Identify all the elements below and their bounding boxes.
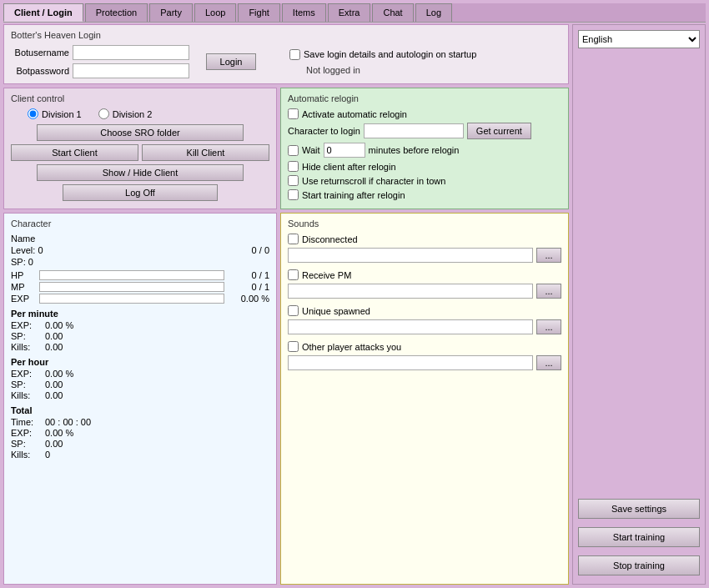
total-title: Total — [11, 405, 269, 415]
content-area: Botter's Heaven Login Botusername Botpas… — [3, 24, 706, 585]
use-returnscroll-label: Use returnscroll if character in town — [302, 176, 445, 186]
start-training-button[interactable]: Start training — [578, 527, 700, 547]
disconnected-sound-item: Disconnected ... — [288, 234, 561, 263]
hp-bar — [39, 270, 224, 280]
level-value: 0 / 0 — [252, 245, 269, 255]
log-off-button[interactable]: Log Off — [63, 184, 218, 201]
other-player-checkbox-row: Other player attacks you — [288, 341, 561, 352]
start-training-after-checkbox[interactable] — [288, 189, 299, 200]
tab-chat[interactable]: Chat — [372, 3, 413, 22]
activate-relogin-label: Activate automatic relogin — [302, 109, 407, 119]
char-to-login-input[interactable] — [364, 123, 464, 138]
tab-fight[interactable]: Fight — [238, 3, 279, 22]
disconnected-checkbox[interactable] — [288, 234, 299, 244]
receive-pm-checkbox[interactable] — [288, 269, 299, 280]
name-row: Name — [11, 234, 269, 244]
unique-spawned-input-row: ... — [288, 319, 561, 334]
kill-client-button[interactable]: Kill Client — [142, 144, 269, 161]
ph-kills-val: 0.00 — [45, 390, 63, 400]
sounds-panel: Sounds Disconnected ... — [280, 213, 569, 585]
show-hide-button[interactable]: Show / Hide Client — [37, 164, 244, 181]
t-time-line: Time: 00 : 00 : 00 — [11, 417, 269, 427]
division1-radio-item: Division 1 — [28, 108, 82, 119]
t-kills-line: Kills: 0 — [11, 450, 269, 460]
character-panel: Character Name Level: 0 0 / 0 SP: 0 HP — [3, 213, 277, 585]
tab-bar: Client / Login Protection Party Loop Fig… — [3, 3, 706, 23]
other-player-browse-button[interactable]: ... — [536, 355, 561, 370]
wait-input[interactable] — [324, 143, 365, 158]
botpassword-input[interactable] — [73, 63, 189, 78]
name-label: Name — [11, 234, 35, 244]
tab-loop[interactable]: Loop — [194, 3, 236, 22]
exp-label: EXP — [11, 294, 36, 304]
mp-stat-row: MP 0 / 1 — [11, 282, 269, 292]
division2-radio-item: Division 2 — [98, 108, 153, 119]
stop-training-button[interactable]: Stop training — [578, 555, 700, 575]
other-player-checkbox[interactable] — [288, 341, 299, 352]
receive-pm-sound-item: Receive PM ... — [288, 269, 561, 299]
choose-sro-button[interactable]: Choose SRO folder — [37, 124, 244, 141]
hp-value: 0 / 1 — [228, 270, 269, 280]
bottom-panels: Character Name Level: 0 0 / 0 SP: 0 HP — [3, 213, 569, 585]
tab-extra[interactable]: Extra — [328, 3, 371, 22]
per-hour-section: Per hour EXP: 0.00 % SP: 0.00 Kills: 0.0… — [11, 357, 269, 400]
division2-radio[interactable] — [98, 108, 109, 119]
sounds-title: Sounds — [288, 219, 561, 229]
receive-pm-sound-input[interactable] — [288, 284, 533, 299]
ph-sp-line: SP: 0.00 — [11, 379, 269, 389]
save-settings-button[interactable]: Save settings — [578, 499, 700, 519]
save-login-checkbox[interactable] — [289, 49, 300, 60]
save-login-row: Save login details and autologin on star… — [289, 49, 476, 60]
start-kill-row: Start Client Kill Client — [11, 144, 269, 161]
auto-relogin-panel: Automatic relogin Activate automatic rel… — [280, 88, 569, 209]
division1-radio[interactable] — [28, 108, 38, 119]
exp-stat-row: EXP 0.00 % — [11, 294, 269, 304]
ph-kills-line: Kills: 0.00 — [11, 390, 269, 400]
botusername-input[interactable] — [73, 45, 189, 60]
other-player-sound-item: Other player attacks you ... — [288, 341, 561, 370]
unique-spawned-browse-button[interactable]: ... — [536, 319, 561, 334]
activate-relogin-checkbox[interactable] — [288, 108, 299, 119]
tab-protection[interactable]: Protection — [85, 3, 148, 22]
hp-stat-row: HP 0 / 1 — [11, 270, 269, 280]
hide-client-checkbox[interactable] — [288, 161, 299, 172]
other-player-sound-input[interactable] — [288, 355, 533, 370]
start-training-after-label: Start training after relogin — [302, 190, 405, 200]
tab-party[interactable]: Party — [149, 3, 193, 22]
start-client-button[interactable]: Start Client — [11, 144, 138, 161]
right-spacer — [578, 53, 700, 494]
unique-spawned-checkbox[interactable] — [288, 305, 299, 316]
tab-items[interactable]: Items — [282, 3, 326, 22]
disconnected-sound-input[interactable] — [288, 248, 533, 263]
receive-pm-browse-button[interactable]: ... — [536, 284, 561, 299]
t-time-key: Time: — [11, 417, 40, 427]
disconnected-browse-button[interactable]: ... — [536, 248, 561, 263]
login-button[interactable]: Login — [206, 53, 256, 70]
get-current-button[interactable]: Get current — [467, 123, 531, 139]
receive-pm-checkbox-row: Receive PM — [288, 269, 561, 280]
ph-exp-val: 0.00 % — [45, 369, 73, 379]
exp-value: 0.00 % — [228, 294, 269, 304]
language-select[interactable]: English German French Spanish — [578, 30, 700, 48]
t-exp-key: EXP: — [11, 428, 40, 438]
pm-exp-val: 0.00 % — [45, 320, 73, 330]
t-exp-val: 0.00 % — [45, 428, 73, 438]
middle-panels: Client control Division 1 Division 2 Cho… — [3, 88, 569, 209]
wait-checkbox[interactable] — [288, 145, 299, 156]
client-control-title: Client control — [11, 93, 269, 103]
login-fields: Botusername Botpassword — [11, 45, 189, 78]
tab-client-login[interactable]: Client / Login — [3, 3, 83, 22]
use-returnscroll-checkbox[interactable] — [288, 175, 299, 186]
t-kills-val: 0 — [45, 450, 50, 460]
total-section: Total Time: 00 : 00 : 00 EXP: 0.00 % SP:… — [11, 405, 269, 460]
disconnected-input-row: ... — [288, 248, 561, 263]
unique-spawned-sound-item: Unique spawned ... — [288, 305, 561, 334]
unique-spawned-sound-input[interactable] — [288, 319, 533, 334]
t-sp-line: SP: 0.00 — [11, 439, 269, 449]
login-section: Botter's Heaven Login Botusername Botpas… — [3, 24, 569, 84]
ph-exp-line: EXP: 0.00 % — [11, 369, 269, 379]
pm-exp-key: EXP: — [11, 320, 40, 330]
tab-log[interactable]: Log — [415, 3, 452, 22]
login-status: Not logged in — [306, 65, 360, 75]
t-time-val: 00 : 00 : 00 — [45, 417, 91, 427]
